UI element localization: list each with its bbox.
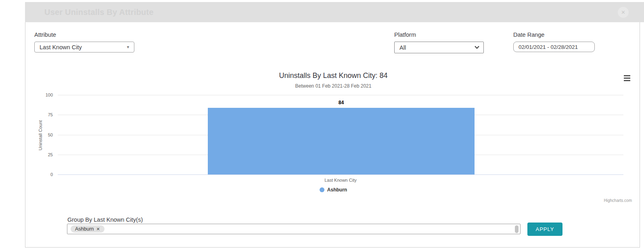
chevron-down-icon <box>475 44 479 48</box>
chart-legend: Ashburn <box>33 187 634 193</box>
plot-area: 84 <box>58 95 623 174</box>
chart-title: Uninstalls By Last Known City: 84 <box>33 71 634 80</box>
tag-label: Ashburn <box>75 226 94 232</box>
hamburger-icon <box>624 75 630 76</box>
tag-ashburn: Ashburn✕ <box>71 225 105 233</box>
date-range-input[interactable]: 02/01/2021 - 02/28/2021 <box>513 42 595 52</box>
y-tick-label: 25 <box>48 152 53 157</box>
uninstalls-chart: Uninstalls By Last Known City: 84 Betwee… <box>33 71 634 206</box>
date-range-label: Date Range <box>513 32 595 38</box>
bar-column-ashburn[interactable]: 84 <box>208 95 475 174</box>
legend-label: Ashburn <box>327 187 347 193</box>
attribute-field: Attribute Last Known City ▾ <box>34 32 134 52</box>
legend-marker-icon <box>320 187 324 192</box>
attribute-value: Last Known City <box>40 44 82 50</box>
tag-remove-icon[interactable]: ✕ <box>96 227 100 232</box>
x-axis-title: Last Known City <box>58 178 623 183</box>
attribute-dropdown[interactable]: Last Known City ▾ <box>34 42 134 52</box>
uninstalls-modal: User Uninstalls By Attribute ✕ Attribute… <box>0 0 644 252</box>
tag-list: Ashburn✕ <box>71 225 105 233</box>
close-button[interactable]: ✕ <box>618 7 629 18</box>
y-tick-label: 0 <box>50 172 53 177</box>
platform-label: Platform <box>394 32 484 38</box>
date-range-value: 02/01/2021 - 02/28/2021 <box>519 44 578 50</box>
modal-header: User Uninstalls By Attribute ✕ <box>25 2 644 22</box>
gridline-0 <box>58 174 623 175</box>
chart-subtitle: Between 01 Feb 2021-28 Feb 2021 <box>33 83 634 89</box>
legend-item-ashburn[interactable]: Ashburn <box>320 187 347 193</box>
bar-ashburn[interactable] <box>208 108 475 174</box>
input-scrollbar-thumb[interactable] <box>515 225 519 233</box>
y-tick-label: 100 <box>46 92 53 97</box>
platform-value: All <box>399 44 406 51</box>
y-tick-label: 75 <box>48 112 53 117</box>
platform-field: Platform All <box>394 32 484 53</box>
modal-title: User Uninstalls By Attribute <box>44 8 153 17</box>
attribute-label: Attribute <box>34 32 134 38</box>
y-axis-labels: 0255075100 <box>33 95 53 174</box>
group-by-tag-input[interactable]: Ashburn✕ <box>67 224 521 234</box>
apply-button[interactable]: APPLY <box>527 223 562 236</box>
y-tick-label: 50 <box>48 132 53 137</box>
date-range-field: Date Range 02/01/2021 - 02/28/2021 <box>513 32 595 52</box>
close-icon: ✕ <box>621 9 625 15</box>
dropdown-arrow-icon: ▾ <box>127 44 129 50</box>
highcharts-credits-link[interactable]: Highcharts.com <box>604 198 632 203</box>
platform-select[interactable]: All <box>394 42 484 53</box>
gridline-100 <box>58 95 623 95</box>
chart-context-menu-button[interactable] <box>624 75 630 81</box>
group-by-label: Group By Last Known City(s) <box>67 216 143 223</box>
bar-value-label: 84 <box>208 100 475 105</box>
